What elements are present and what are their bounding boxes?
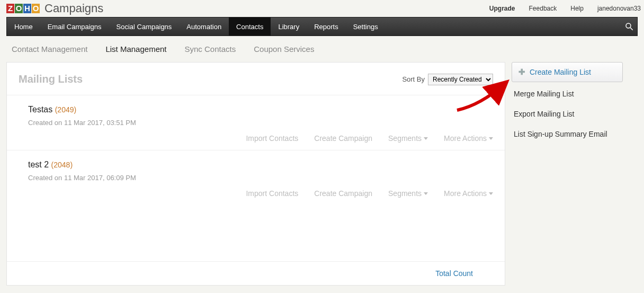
list-created: Created on 11 Mar 2017, 03:51 PM [28,119,493,127]
help-link[interactable]: Help [570,5,584,12]
nav-contacts[interactable]: Contacts [229,17,271,35]
brand: ZOHO Campaigns [6,2,103,15]
signup-summary-link[interactable]: List Sign-up Summary Email [512,120,638,140]
plus-icon: ✚ [518,67,525,77]
create-campaign-action[interactable]: Create Campaign [314,189,372,198]
user-link[interactable]: janedonovan33 [597,5,641,12]
import-contacts-action[interactable]: Import Contacts [246,189,298,198]
nav-library[interactable]: Library [271,17,307,35]
list-item: Testas (2049) Created on 11 Mar 2017, 03… [7,95,505,150]
svg-line-1 [630,28,633,30]
panel-header: Mailing Lists Sort By Recently Created [7,63,505,95]
list-title[interactable]: test 2 (2048) [28,160,493,170]
chevron-down-icon [424,192,428,195]
chevron-down-icon [489,192,493,195]
nav-reports[interactable]: Reports [307,17,346,35]
logo-icon: ZOHO [6,4,40,13]
create-mailing-list-label: Create Mailing List [530,68,591,76]
feedback-link[interactable]: Feedback [529,5,557,12]
sort-by-select[interactable]: Recently Created [428,74,493,85]
list-created: Created on 11 Mar 2017, 06:09 PM [28,174,493,182]
nav-social-campaigns[interactable]: Social Campaigns [109,17,180,35]
import-contacts-action[interactable]: Import Contacts [246,134,298,143]
segments-action[interactable]: Segments [388,134,428,143]
subnav-coupon-services[interactable]: Coupon Services [254,45,314,54]
top-links: Upgrade Feedback Help janedonovan33 [489,5,641,12]
total-count-link[interactable]: Total Count [435,269,473,278]
create-campaign-action[interactable]: Create Campaign [314,134,372,143]
export-mailing-list-link[interactable]: Export Mailing List [512,100,638,120]
list-actions: Import Contacts Create Campaign Segments… [28,189,493,198]
chevron-down-icon [489,137,493,140]
nav-home[interactable]: Home [7,17,40,35]
top-header: ZOHO Campaigns Upgrade Feedback Help jan… [0,0,644,17]
chevron-down-icon [424,137,428,140]
main-layout: Mailing Lists Sort By Recently Created T… [0,62,644,286]
list-title[interactable]: Testas (2049) [28,105,493,114]
more-actions-action[interactable]: More Actions [444,189,493,198]
right-sidebar: ✚ Create Mailing List Merge Mailing List… [512,62,638,286]
panel-title: Mailing Lists [19,73,83,85]
list-count: (2048) [51,161,73,169]
list-name: test 2 [28,160,49,169]
sort-by-label: Sort By [402,75,425,83]
subnav-list-management[interactable]: List Management [105,45,166,54]
main-nav: Home Email Campaigns Social Campaigns Au… [6,17,638,36]
subnav-contact-management[interactable]: Contact Management [12,45,87,54]
segments-action[interactable]: Segments [388,189,428,198]
sub-nav: Contact Management List Management Sync … [0,36,644,62]
nav-automation[interactable]: Automation [179,17,229,35]
list-actions: Import Contacts Create Campaign Segments… [28,134,493,143]
upgrade-link[interactable]: Upgrade [489,5,515,12]
list-name: Testas [28,105,52,114]
subnav-sync-contacts[interactable]: Sync Contacts [185,45,236,54]
nav-settings[interactable]: Settings [346,17,386,35]
nav-email-campaigns[interactable]: Email Campaigns [40,17,109,35]
panel-footer: Total Count [7,261,505,285]
create-mailing-list-button[interactable]: ✚ Create Mailing List [512,62,623,82]
more-actions-action[interactable]: More Actions [444,134,493,143]
mailing-lists-panel: Mailing Lists Sort By Recently Created T… [6,62,505,286]
search-icon[interactable] [624,17,634,35]
list-item: test 2 (2048) Created on 11 Mar 2017, 06… [7,150,505,205]
brand-text: Campaigns [44,2,103,15]
merge-mailing-list-link[interactable]: Merge Mailing List [512,82,638,100]
list-count: (2049) [55,105,76,114]
sort-by: Sort By Recently Created [402,74,493,85]
svg-point-0 [626,23,631,28]
